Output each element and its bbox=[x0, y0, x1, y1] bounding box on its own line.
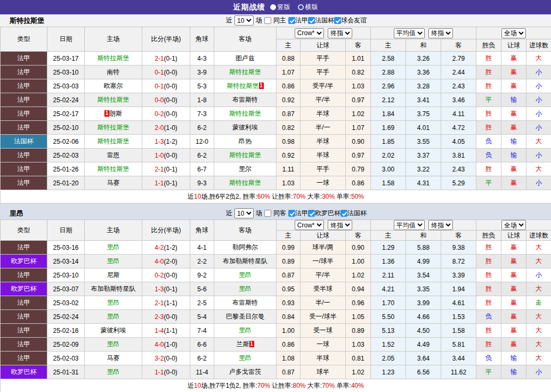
odds-away: 0.82 bbox=[346, 66, 371, 79]
home-team-name[interactable]: 斯特拉斯堡 bbox=[98, 137, 129, 145]
col-score: 比分(半场) bbox=[142, 27, 190, 52]
away-team-name[interactable]: 布加勒斯特星队 bbox=[223, 257, 268, 265]
home-team-name[interactable]: 里昂 bbox=[107, 257, 120, 265]
halftime-score: (1-1) bbox=[164, 327, 177, 334]
odds-final-select[interactable]: 终指 bbox=[328, 220, 352, 230]
result-handicap: 赢 bbox=[501, 52, 526, 66]
away-team-name[interactable]: 兰斯 bbox=[237, 340, 249, 348]
summary-segment: 让胜率: bbox=[270, 193, 293, 200]
avg-select[interactable]: 平均值 bbox=[394, 220, 425, 230]
match-row: 法甲25-02-03马赛3-2(0-0)6-2里昂1.08半球0.812.053… bbox=[1, 352, 551, 365]
league-checkbox[interactable] bbox=[308, 17, 315, 24]
away-team-name[interactable]: 斯特拉斯堡 bbox=[229, 151, 261, 159]
odds-final-select[interactable]: 终指 bbox=[328, 28, 352, 38]
scope-select[interactable]: 全场 bbox=[501, 220, 526, 230]
halftime-score: (0-0) bbox=[164, 152, 177, 159]
league-checkbox[interactable] bbox=[288, 210, 295, 217]
home-team-name[interactable]: 布加勒斯特星队 bbox=[91, 285, 136, 292]
home-team-name[interactable]: 马赛 bbox=[107, 179, 120, 186]
league-checkbox[interactable] bbox=[334, 17, 341, 24]
league-checkbox[interactable] bbox=[341, 210, 347, 217]
away-team-name[interactable]: 斯特拉斯堡 bbox=[229, 68, 261, 76]
odds-provider-select[interactable]: Crow* bbox=[295, 220, 324, 230]
home-team-name[interactable]: 尼斯 bbox=[107, 271, 120, 279]
scope-select[interactable]: 全场 bbox=[501, 28, 526, 38]
away-team-name[interactable]: 蒙彼利埃 bbox=[232, 124, 258, 131]
odds-group-header: Crow* 终指 bbox=[277, 220, 371, 231]
fulltime-score: 0-2 bbox=[155, 110, 164, 118]
avg-final-select[interactable]: 终指 bbox=[428, 220, 453, 230]
vertical-layout-radio[interactable]: 竖版 bbox=[270, 3, 290, 12]
league-checkbox[interactable] bbox=[308, 210, 315, 217]
away-team-name[interactable]: 斯特拉斯堡 bbox=[227, 82, 259, 89]
odds-provider-select[interactable]: Crow* bbox=[295, 28, 324, 38]
corner-count: 9-2 bbox=[190, 268, 214, 282]
home-team-name[interactable]: 斯特拉斯堡 bbox=[98, 96, 129, 103]
away-team-name[interactable]: 斯特拉斯堡 bbox=[229, 110, 261, 117]
away-team-name[interactable]: 斯特拉斯堡 bbox=[229, 179, 261, 186]
away-team-name[interactable]: 图卢兹 bbox=[236, 54, 255, 62]
away-team-name[interactable]: 昂热 bbox=[239, 137, 252, 145]
home-team-name[interactable]: 雷恩 bbox=[107, 151, 120, 159]
same-venue-checkbox[interactable] bbox=[264, 210, 271, 217]
avg-away: 2.43 bbox=[441, 162, 476, 176]
home-team-name[interactable]: 里昂 bbox=[107, 368, 120, 375]
odds-away: 1.01 bbox=[346, 52, 371, 66]
home-team-name[interactable]: 马赛 bbox=[107, 354, 120, 362]
away-team-name[interactable]: 里昂 bbox=[239, 354, 252, 362]
home-team-name[interactable]: 里昂 bbox=[107, 299, 120, 306]
result-handicap: 赢 bbox=[501, 324, 526, 338]
avg-home: 1.29 bbox=[371, 241, 406, 255]
home-team-name[interactable]: 南特 bbox=[107, 68, 120, 76]
match-count-select[interactable]: 10 bbox=[234, 208, 254, 218]
home-team-name[interactable]: 蒙彼利埃 bbox=[101, 326, 126, 334]
away-team-name[interactable]: 卢多戈雷茨 bbox=[229, 368, 261, 375]
away-team-name[interactable]: 里昂 bbox=[239, 271, 252, 279]
avg-final-select[interactable]: 终指 bbox=[428, 28, 453, 38]
home-team-cell: 斯特拉斯堡 bbox=[85, 135, 142, 149]
summary-segment: 大率: bbox=[306, 193, 322, 200]
recent-results-page: 近期战绩 竖版 横版 斯特拉斯堡 近 10 场 同主 法甲法国杯球会友谊 bbox=[0, 0, 551, 392]
avg-home: 3.00 bbox=[371, 162, 406, 176]
away-team-name[interactable]: 巴黎圣日尔曼 bbox=[226, 313, 264, 320]
home-team-name[interactable]: 里昂 bbox=[107, 243, 120, 251]
odds-handicap: 平/半 bbox=[301, 93, 346, 107]
competition-label: 法甲 bbox=[1, 162, 47, 176]
score-cell: 0-0(0-0) bbox=[142, 93, 190, 107]
home-team-name[interactable]: 朗斯 bbox=[109, 110, 122, 117]
league-checkbox[interactable] bbox=[288, 17, 295, 24]
col-date: 日期 bbox=[47, 220, 85, 241]
home-team-name[interactable]: 斯特拉斯堡 bbox=[98, 54, 129, 62]
corner-count: 6-2 bbox=[190, 149, 214, 162]
avg-away: 1.94 bbox=[441, 282, 476, 296]
away-team-name[interactable]: 勒阿弗尔 bbox=[232, 243, 258, 251]
odds-away: 0.96 bbox=[346, 296, 371, 310]
avg-select[interactable]: 平均值 bbox=[394, 28, 425, 38]
match-row: 欧罗巴杯25-03-14里昂4-0(2-0)2-2布加勒斯特星队0.89一/球半… bbox=[1, 255, 551, 268]
home-team-name[interactable]: 斯特拉斯堡 bbox=[98, 124, 129, 131]
home-team-name[interactable]: 欧塞尔 bbox=[104, 82, 123, 89]
col-result-handicap: 让球 bbox=[501, 231, 526, 241]
away-team-name[interactable]: 布雷斯特 bbox=[232, 96, 258, 103]
col-odds-handicap: 让球 bbox=[301, 231, 346, 241]
league-filter-group: 法甲法国杯球会友谊 bbox=[288, 16, 367, 25]
away-team-name[interactable]: 里昂 bbox=[239, 326, 252, 334]
same-venue-checkbox[interactable] bbox=[264, 17, 271, 24]
competition-label: 法甲 bbox=[1, 52, 47, 66]
away-team-name[interactable]: 里昂 bbox=[239, 285, 252, 292]
competition-label: 法甲 bbox=[1, 338, 47, 352]
horizontal-layout-radio[interactable]: 横版 bbox=[298, 3, 318, 12]
result-goals: 小 bbox=[526, 93, 551, 107]
match-count-select[interactable]: 10 bbox=[234, 15, 254, 26]
home-team-name[interactable]: 里昂 bbox=[107, 313, 120, 320]
home-team-cell: 斯特拉斯堡 bbox=[85, 162, 142, 176]
home-team-name[interactable]: 斯特拉斯堡 bbox=[98, 165, 129, 173]
away-team-name[interactable]: 布雷斯特 bbox=[232, 299, 258, 306]
avg-draw: 4.49 bbox=[406, 338, 441, 352]
summary-segment: 场,胜7平1负2, 胜率: bbox=[201, 382, 257, 389]
away-team-name[interactable]: 里尔 bbox=[239, 165, 252, 173]
col-avg-home: 主 bbox=[371, 231, 406, 241]
home-team-name[interactable]: 里昂 bbox=[107, 340, 120, 348]
odds-home: 1.03 bbox=[277, 176, 301, 190]
match-date: 25-03-07 bbox=[47, 282, 85, 296]
